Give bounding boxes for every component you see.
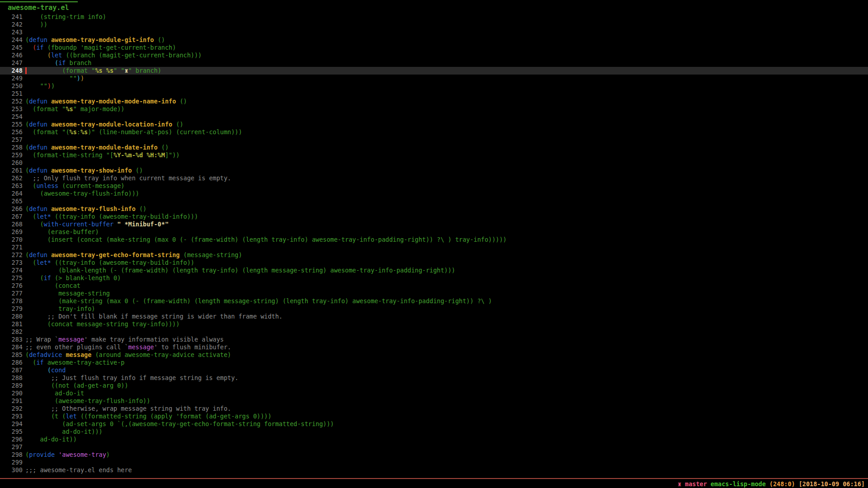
code-line[interactable]: 282	[0, 328, 868, 336]
code-line[interactable]: 297	[0, 443, 868, 451]
code-line[interactable]: 295 ad-do-it)))	[0, 428, 868, 436]
code-text: (defun awesome-tray-module-date-info ()	[25, 144, 169, 151]
code-text: (make-string (max 0 (- (frame-width) (le…	[25, 297, 492, 305]
code-line[interactable]: 259 (format-time-string "[%Y-%m-%d %H:%M…	[0, 151, 868, 159]
code-line[interactable]: 274 (blank-length (- (frame-width) (leng…	[0, 267, 868, 274]
code-text: ;; Just flush tray info if message strin…	[25, 374, 238, 381]
modeline-separator	[0, 478, 868, 479]
code-line[interactable]: 287 (cond	[0, 366, 868, 374]
line-number: 274	[0, 267, 23, 274]
code-line[interactable]: 261(defun awesome-tray-show-info ()	[0, 167, 868, 174]
code-line[interactable]: 275 (if (> blank-length 0)	[0, 274, 868, 282]
code-line[interactable]: 291 (awesome-tray-flush-info))	[0, 397, 868, 405]
code-line[interactable]: 258(defun awesome-tray-module-date-info …	[0, 144, 868, 151]
code-line[interactable]: 257	[0, 136, 868, 144]
emacs-frame: awesome-tray.el 241 (string-trim info)24…	[0, 0, 868, 488]
code-line[interactable]: 255(defun awesome-tray-module-location-i…	[0, 121, 868, 128]
code-line[interactable]: 244(defun awesome-tray-module-git-info (…	[0, 36, 868, 44]
code-line[interactable]: 266(defun awesome-tray-flush-info ()	[0, 205, 868, 213]
code-text: (unless (current-message)	[25, 182, 124, 189]
code-line[interactable]: 273 (let* ((tray-info (awesome-tray-buil…	[0, 259, 868, 267]
code-line[interactable]: 251	[0, 90, 868, 98]
code-line[interactable]: 268 (with-current-buffer " *Minibuf-0*"	[0, 221, 868, 228]
code-line[interactable]: 270 (insert (concat (make-string (max 0 …	[0, 236, 868, 244]
code-line[interactable]: 280 ;; Don't fill blank if message strin…	[0, 313, 868, 320]
code-line-current[interactable]: 248 (format "%s %s" "♜" branch)	[0, 67, 868, 75]
code-line[interactable]: 276 (concat	[0, 282, 868, 290]
code-text: (format "%s %s" "♜" branch)	[25, 67, 161, 74]
code-line[interactable]: 299	[0, 459, 868, 466]
code-text: (defun awesome-tray-module-git-info ()	[25, 36, 165, 43]
code-line[interactable]: 289 ((not (ad-get-arg 0))	[0, 382, 868, 389]
line-number: 281	[0, 320, 23, 328]
line-number: 255	[0, 121, 23, 128]
line-number: 266	[0, 205, 23, 213]
code-text: message-string	[25, 290, 110, 297]
code-line[interactable]: 283;; Wrap `message' make tray informati…	[0, 336, 868, 343]
code-text: (let* ((tray-info (awesome-tray-build-in…	[25, 213, 198, 220]
code-line[interactable]: 256 (format "(%s:%s)" (line-number-at-po…	[0, 128, 868, 136]
line-number: 248	[0, 67, 23, 75]
line-number: 300	[0, 466, 23, 474]
code-line[interactable]: 252(defun awesome-tray-module-mode-name-…	[0, 98, 868, 105]
line-number: 282	[0, 328, 23, 336]
code-line[interactable]: 247 (if branch	[0, 59, 868, 67]
code-text: (format "(%s:%s)" (line-number-at-pos) (…	[25, 128, 242, 136]
line-number: 270	[0, 236, 23, 244]
code-line[interactable]: 293 (t (let ((formatted-string (apply 'f…	[0, 413, 868, 420]
code-line[interactable]: 242 ))	[0, 21, 868, 28]
code-text: (insert (concat (make-string (max 0 (- (…	[25, 236, 507, 243]
code-line[interactable]: 281 (concat message-string tray-info))))	[0, 320, 868, 328]
buffer-filename: awesome-tray.el	[8, 4, 69, 12]
line-number: 271	[0, 244, 23, 251]
code-line[interactable]: 285(defadvice message (around awesome-tr…	[0, 351, 868, 359]
code-line[interactable]: 300;;; awesome-tray.el ends here	[0, 466, 868, 474]
code-line[interactable]: 250 ""))	[0, 82, 868, 90]
line-number: 251	[0, 90, 23, 98]
code-line[interactable]: 277 message-string	[0, 290, 868, 297]
line-number: 280	[0, 313, 23, 320]
code-line[interactable]: 296 ad-do-it))	[0, 436, 868, 443]
code-line[interactable]: 241 (string-trim info)	[0, 13, 868, 21]
code-line[interactable]: 298(provide 'awesome-tray)	[0, 451, 868, 459]
datetime-indicator: [2018-10-09 06:16]	[799, 480, 865, 488]
code-line[interactable]: 264 (awesome-tray-flush-info)))	[0, 190, 868, 197]
code-line[interactable]: 260	[0, 159, 868, 167]
code-text: (defun awesome-tray-module-mode-name-inf…	[25, 98, 187, 105]
code-text: ;; Don't fill blank if message string is…	[25, 313, 283, 320]
line-number: 260	[0, 159, 23, 167]
code-line[interactable]: 272(defun awesome-tray-get-echo-format-s…	[0, 251, 868, 259]
code-line[interactable]: 263 (unless (current-message)	[0, 182, 868, 190]
code-line[interactable]: 292 ;; Otherwise, wrap message string wi…	[0, 405, 868, 413]
code-line[interactable]: 279 tray-info)	[0, 305, 868, 313]
major-mode-label[interactable]: emacs-lisp-mode	[711, 480, 766, 488]
code-line[interactable]: 253 (format "%s" major-mode))	[0, 105, 868, 113]
code-line[interactable]: 243	[0, 28, 868, 36]
code-line[interactable]: 265	[0, 197, 868, 205]
code-line[interactable]: 267 (let* ((tray-info (awesome-tray-buil…	[0, 213, 868, 221]
code-line[interactable]: 288 ;; Just flush tray info if message s…	[0, 374, 868, 382]
line-number: 257	[0, 136, 23, 144]
code-line[interactable]: 294 (ad-set-args 0 `(,(awesome-tray-get-…	[0, 420, 868, 428]
code-line[interactable]: 284;; even other plugins call `message' …	[0, 343, 868, 351]
code-text: ;; Otherwise, wrap message string with t…	[25, 405, 231, 412]
git-branch-label[interactable]: master	[685, 480, 707, 488]
line-number: 265	[0, 197, 23, 205]
code-editor[interactable]: 241 (string-trim info)242 ))243244(defun…	[0, 13, 868, 474]
code-line[interactable]: 286 (if awesome-tray-active-p	[0, 359, 868, 366]
code-line[interactable]: 271	[0, 244, 868, 251]
code-line[interactable]: 278 (make-string (max 0 (- (frame-width)…	[0, 297, 868, 305]
code-text: ))	[25, 21, 47, 28]
code-line[interactable]: 246 (let ((branch (magit-get-current-bra…	[0, 52, 868, 59]
code-line[interactable]: 254	[0, 113, 868, 121]
code-line[interactable]: 249 ""))	[0, 75, 868, 82]
code-text: (let ((branch (magit-get-current-branch)…	[25, 52, 202, 59]
code-line[interactable]: 245 (if (fboundp 'magit-get-current-bran…	[0, 44, 868, 52]
code-line[interactable]: 290 ad-do-it	[0, 389, 868, 397]
code-text: ad-do-it)))	[25, 428, 103, 435]
cursor-position-indicator: (248:0)	[769, 480, 795, 488]
code-line[interactable]: 269 (erase-buffer)	[0, 228, 868, 236]
code-line[interactable]: 262 ;; Only flush tray info when current…	[0, 174, 868, 182]
line-number: 269	[0, 228, 23, 236]
line-number: 291	[0, 397, 23, 405]
